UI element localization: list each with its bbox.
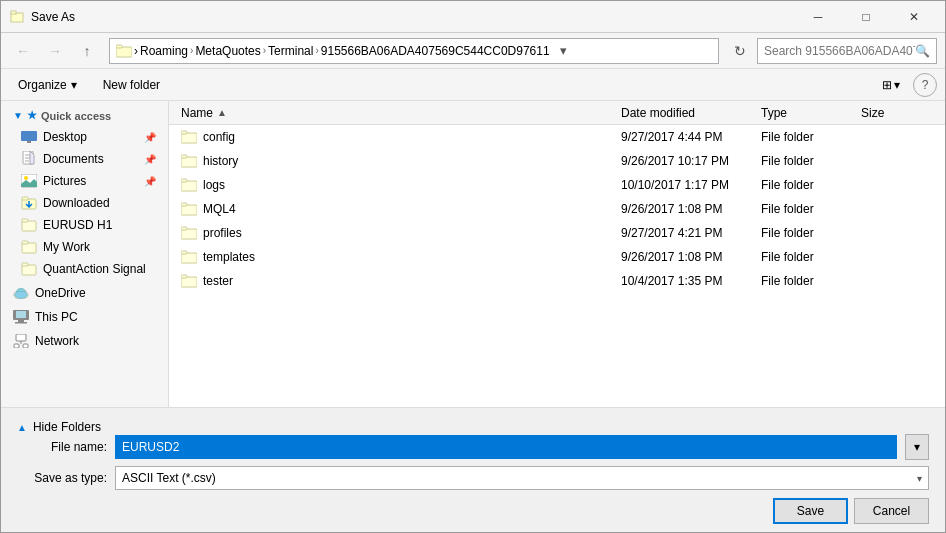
filename-dropdown-button[interactable]: ▾ [905,434,929,460]
organize-button[interactable]: Organize ▾ [9,73,86,97]
quick-access-section: ▼ ★ Quick access Desktop 📌 Documents [1,105,168,280]
table-row[interactable]: config 9/27/2017 4:44 PM File folder [169,125,945,149]
quick-access-header[interactable]: ▼ ★ Quick access [1,105,168,126]
hide-folders-button[interactable]: Hide Folders [33,420,101,434]
forward-button[interactable]: → [41,38,69,64]
thispc-section: This PC [1,306,168,328]
action-buttons: Save Cancel [17,498,929,524]
up-button[interactable]: ↑ [73,38,101,64]
view-dropdown-icon: ▾ [894,78,900,92]
title-bar: Save As ─ □ ✕ [1,1,945,33]
pictures-pin-icon: 📌 [144,176,156,187]
folder-icon [181,202,197,216]
file-rows-container: config 9/27/2017 4:44 PM File folder his… [169,125,945,293]
save-label: Save [797,504,824,518]
file-name-cell: history [177,154,617,168]
close-button[interactable]: ✕ [891,1,937,33]
svg-point-25 [15,291,27,298]
folder-icon [116,44,132,58]
sidebar-item-eurusd[interactable]: EURUSD H1 [1,214,168,236]
desktop-label: Desktop [43,130,87,144]
search-icon[interactable]: 🔍 [915,44,930,58]
file-type-cell: File folder [757,154,857,168]
savetype-row: Save as type: ASCII Text (*.csv) ▾ [17,466,929,490]
svg-rect-37 [181,155,187,158]
file-name-cell: MQL4 [177,202,617,216]
refresh-button[interactable]: ↻ [727,38,753,64]
maximize-button[interactable]: □ [843,1,889,33]
minimize-button[interactable]: ─ [795,1,841,33]
header-name[interactable]: Name ▲ [177,106,617,120]
sidebar-item-thispc[interactable]: This PC [1,306,168,328]
file-name-cell: templates [177,250,617,264]
svg-rect-27 [16,311,26,318]
sidebar-item-pictures[interactable]: Pictures 📌 [1,170,168,192]
svg-rect-21 [22,263,28,266]
sidebar-item-documents[interactable]: Documents 📌 [1,148,168,170]
back-icon: ← [16,43,30,59]
address-dropdown-button[interactable]: ▾ [554,41,574,61]
table-row[interactable]: logs 10/10/2017 1:17 PM File folder [169,173,945,197]
sidebar-item-mywork[interactable]: My Work [1,236,168,258]
new-folder-button[interactable]: New folder [94,73,169,97]
sidebar-item-onedrive[interactable]: OneDrive [1,282,168,304]
save-button[interactable]: Save [773,498,848,524]
table-row[interactable]: MQL4 9/26/2017 1:08 PM File folder [169,197,945,221]
svg-rect-41 [181,203,187,206]
file-name-text: MQL4 [203,202,236,216]
header-size[interactable]: Size [857,106,937,120]
breadcrumb-roaming[interactable]: Roaming [140,44,188,58]
svg-rect-33 [23,344,28,348]
onedrive-label: OneDrive [35,286,86,300]
forward-icon: → [48,43,62,59]
back-button[interactable]: ← [9,38,37,64]
breadcrumb-terminal[interactable]: Terminal [268,44,313,58]
help-button[interactable]: ? [913,73,937,97]
savetype-select[interactable]: ASCII Text (*.csv) ▾ [115,466,929,490]
svg-rect-5 [27,141,31,143]
view-button[interactable]: ⊞ ▾ [877,73,905,97]
svg-rect-32 [14,344,19,348]
folder-icon [181,250,197,264]
quick-access-collapse-icon: ▼ [13,110,23,121]
search-box[interactable]: 🔍 [757,38,937,64]
sidebar-item-desktop[interactable]: Desktop 📌 [1,126,168,148]
table-row[interactable]: templates 9/26/2017 1:08 PM File folder [169,245,945,269]
cancel-button[interactable]: Cancel [854,498,929,524]
table-row[interactable]: tester 10/4/2017 1:35 PM File folder [169,269,945,293]
onedrive-section: OneDrive [1,282,168,304]
downloaded-label: Downloaded [43,196,110,210]
header-date[interactable]: Date modified [617,106,757,120]
folder-icon [181,274,197,288]
file-name-text: history [203,154,238,168]
sidebar-item-network[interactable]: Network [1,330,168,352]
svg-rect-39 [181,179,187,182]
header-type[interactable]: Type [757,106,857,120]
folder-icon [181,154,197,168]
address-bar[interactable]: › Roaming › MetaQuotes › Terminal › 9155… [109,38,719,64]
network-icon [13,333,29,349]
network-label: Network [35,334,79,348]
file-name-text: logs [203,178,225,192]
breadcrumb-metaquotes[interactable]: MetaQuotes [195,44,260,58]
search-input[interactable] [764,44,915,58]
table-row[interactable]: history 9/26/2017 10:17 PM File folder [169,149,945,173]
file-type-cell: File folder [757,250,857,264]
file-date-cell: 9/26/2017 1:08 PM [617,250,757,264]
file-date-cell: 9/26/2017 1:08 PM [617,202,757,216]
breadcrumb-id[interactable]: 915566BA06ADA407569C544CC0D97611 [321,44,550,58]
file-date-cell: 10/4/2017 1:35 PM [617,274,757,288]
file-type-cell: File folder [757,226,857,240]
eurusd-icon [21,217,37,233]
sidebar-item-downloaded[interactable]: Downloaded [1,192,168,214]
file-name-text: templates [203,250,255,264]
dialog-icon [9,9,25,25]
pictures-icon [21,173,37,189]
file-name-cell: logs [177,178,617,192]
sidebar-item-quantaction[interactable]: QuantAction Signal [1,258,168,280]
sort-icon: ▲ [217,107,227,118]
sidebar: ▼ ★ Quick access Desktop 📌 Documents [1,101,169,407]
table-row[interactable]: profiles 9/27/2017 4:21 PM File folder [169,221,945,245]
save-as-dialog: Save As ─ □ ✕ ← → ↑ › Roaming › [0,0,946,533]
filename-input[interactable] [115,435,897,459]
